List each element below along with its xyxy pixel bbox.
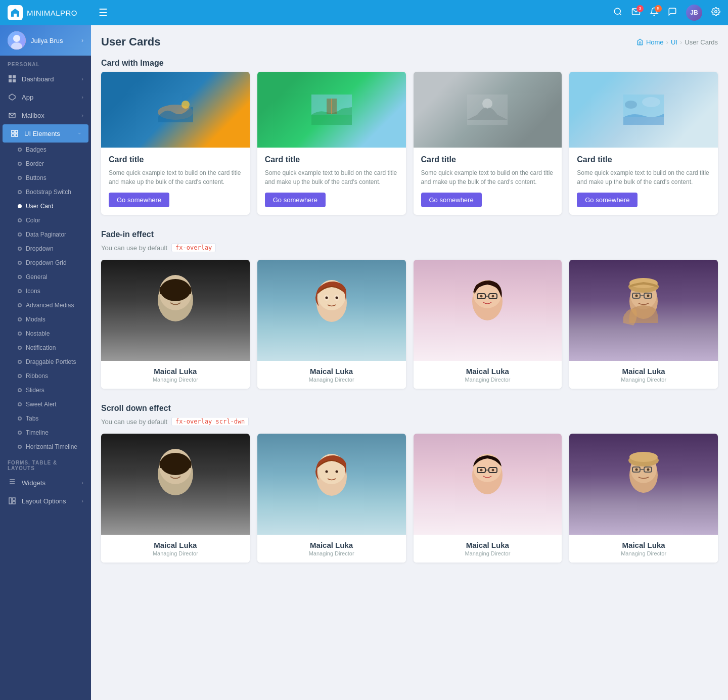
card-4-btn[interactable]: Go somewhere: [577, 193, 638, 207]
mail-badge: 3: [636, 5, 644, 12]
card-with-image-title: Card with Image: [101, 59, 718, 68]
person-4-name: Maical Luka: [574, 367, 713, 376]
sidebar-item-app[interactable]: App ›: [0, 88, 91, 106]
sidebar-sub-user-card[interactable]: User Card: [0, 199, 91, 213]
fade-in-code: fx-overlay: [171, 243, 216, 252]
sidebar-item-dashboard[interactable]: Dashboard ›: [0, 70, 91, 88]
person-4-face: [613, 265, 674, 356]
scroll-person-1-role: Managing Director: [106, 550, 245, 556]
sidebar-sub-sweet-alert[interactable]: Sweet Alert: [0, 397, 91, 411]
sidebar-sub-bootstrap-switch[interactable]: Bootstrap Switch: [0, 185, 91, 199]
breadcrumb-home[interactable]: Home: [646, 38, 664, 46]
sidebar-item-ui-elements[interactable]: UI Elements ›: [3, 124, 88, 143]
card-4-body: Card title Some quick example text to bu…: [569, 148, 718, 215]
icons-dot: [18, 289, 22, 293]
scroll-person-2-face: [301, 439, 362, 530]
svg-point-52: [492, 295, 494, 298]
sidebar-sub-timeline[interactable]: Timeline: [0, 426, 91, 440]
scroll-down-effect-title: Scroll down effect: [101, 404, 718, 413]
card-2-text: Some quick example text to build on the …: [265, 168, 398, 186]
person-4-info: Maical Luka Managing Director: [569, 361, 718, 389]
person-1-role: Managing Director: [106, 377, 245, 383]
svg-point-77: [492, 469, 494, 472]
data-paginator-label: Data Paginator: [26, 231, 66, 238]
sidebar-sub-dropdown[interactable]: Dropdown: [0, 242, 91, 256]
sidebar-item-widgets[interactable]: Widgets ›: [0, 474, 91, 492]
card-4-title: Card title: [577, 155, 710, 164]
color-dot: [18, 218, 22, 222]
card-3-body: Card title Some quick example text to bu…: [414, 148, 562, 215]
card-1-btn[interactable]: Go somewhere: [109, 193, 169, 207]
sidebar-sub-color[interactable]: Color: [0, 213, 91, 227]
widgets-arrow: ›: [81, 480, 83, 486]
scroll-person-4-name: Maical Luka: [574, 541, 713, 549]
breadcrumb-ui[interactable]: UI: [671, 38, 677, 46]
mail-icon-btn[interactable]: 3: [631, 7, 641, 19]
sidebar-sub-notification[interactable]: Notification: [0, 341, 91, 355]
svg-point-69: [325, 471, 328, 473]
app-label: App: [22, 94, 76, 101]
tabs-dot: [18, 416, 22, 421]
timeline-label: Timeline: [26, 429, 49, 436]
scroll-down-effect-section: Scroll down effect You can use by defaul…: [101, 404, 718, 563]
top-navbar: MINIMALPRO ☰ 3 5 JB: [0, 0, 728, 25]
sidebar-sub-border[interactable]: Border: [0, 157, 91, 171]
bell-icon-btn[interactable]: 5: [650, 7, 659, 19]
sidebar-sub-horizontal-timeline[interactable]: Horizontal Timeline: [0, 440, 91, 454]
sidebar-sub-general[interactable]: General: [0, 270, 91, 284]
svg-rect-16: [15, 134, 18, 136]
sidebar-sub-sliders[interactable]: Sliders: [0, 383, 91, 397]
page-title: User Cards: [101, 35, 160, 49]
card-2-btn[interactable]: Go somewhere: [265, 193, 326, 207]
person-2-name: Maical Luka: [262, 367, 401, 376]
sidebar-sub-advanced-medias[interactable]: Advanced Medias: [0, 298, 91, 312]
card-3-btn[interactable]: Go somewhere: [421, 193, 482, 207]
sidebar-sub-dropdown-grid[interactable]: Dropdown Grid: [0, 256, 91, 270]
dashboard-label: Dashboard: [22, 75, 76, 83]
svg-point-83: [635, 469, 638, 471]
sidebar-sub-nostable[interactable]: Nostable: [0, 326, 91, 341]
hamburger-menu[interactable]: ☰: [99, 7, 108, 19]
page-header: User Cards Home › UI › User Cards: [101, 35, 718, 49]
fade-in-subtitle: You can use by default fx-overlay: [101, 243, 718, 252]
sidebar-sub-tabs[interactable]: Tabs: [0, 411, 91, 426]
horizontal-timeline-label: Horizontal Timeline: [26, 443, 77, 450]
sidebar-sub-buttons[interactable]: Buttons: [0, 171, 91, 185]
person-2-img-area: [257, 260, 406, 361]
settings-icon-btn[interactable]: [711, 7, 720, 19]
card-2-body: Card title Some quick example text to bu…: [257, 148, 406, 215]
person-2-bg: [257, 260, 406, 361]
brand-logo-icon: [8, 5, 23, 20]
sidebar-sub-ribbons[interactable]: Ribbons: [0, 369, 91, 383]
scroll-person-card-4: Maical Luka Managing Director: [569, 434, 718, 563]
sweet-alert-dot: [18, 402, 22, 406]
sidebar-item-mailbox[interactable]: Mailbox ›: [0, 106, 91, 124]
chat-icon-btn[interactable]: [668, 7, 677, 19]
person-3-role: Managing Director: [419, 377, 557, 383]
search-icon-btn[interactable]: [613, 7, 622, 19]
sidebar-user-profile[interactable]: Juliya Brus ›: [0, 25, 91, 56]
card-2-title: Card title: [265, 155, 398, 164]
svg-rect-7: [9, 75, 12, 78]
icons-label: Icons: [26, 288, 40, 295]
scroll-person-3-face: [457, 439, 518, 530]
person-2-info: Maical Luka Managing Director: [257, 361, 406, 389]
card-3-image: [414, 72, 562, 148]
scroll-person-1-info: Maical Luka Managing Director: [101, 535, 250, 563]
app-arrow: ›: [81, 94, 83, 100]
sidebar-item-layout-options[interactable]: Layout Options ›: [0, 492, 91, 510]
home-icon: [636, 38, 644, 45]
person-card-1: Maical Luka Managing Director: [101, 260, 250, 389]
sidebar-sub-modals[interactable]: Modals: [0, 312, 91, 326]
sidebar-sub-draggable-portlets[interactable]: Draggable Portlets: [0, 355, 91, 369]
scroll-person-3-role: Managing Director: [419, 550, 557, 556]
sidebar-sub-badges[interactable]: Badges: [0, 143, 91, 157]
card-with-image-grid: Card title Some quick example text to bu…: [101, 72, 718, 215]
sidebar-sub-icons[interactable]: Icons: [0, 284, 91, 298]
person-4-bg: [569, 260, 718, 361]
sidebar-sub-data-paginator[interactable]: Data Paginator: [0, 227, 91, 242]
user-avatar[interactable]: JB: [686, 5, 702, 21]
person-3-img-area: [414, 260, 562, 361]
svg-rect-22: [13, 501, 15, 504]
scroll-down-subtitle-text: You can use by default: [101, 418, 167, 426]
